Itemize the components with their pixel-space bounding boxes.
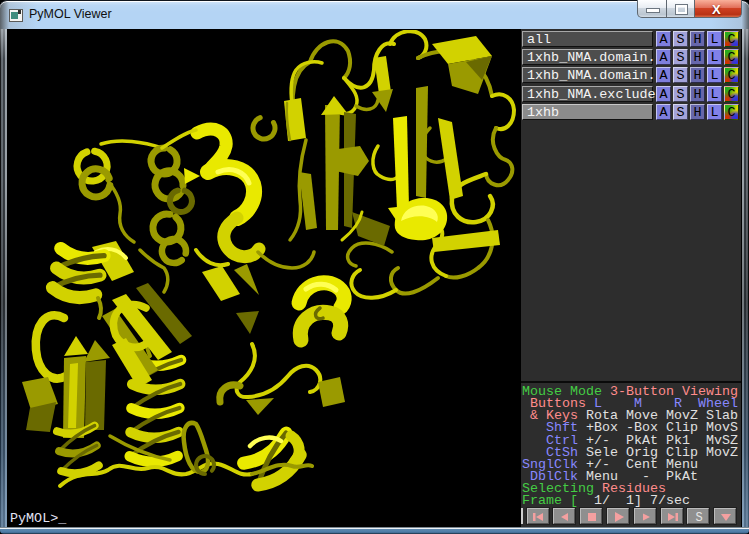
- svg-text:S: S: [696, 511, 703, 525]
